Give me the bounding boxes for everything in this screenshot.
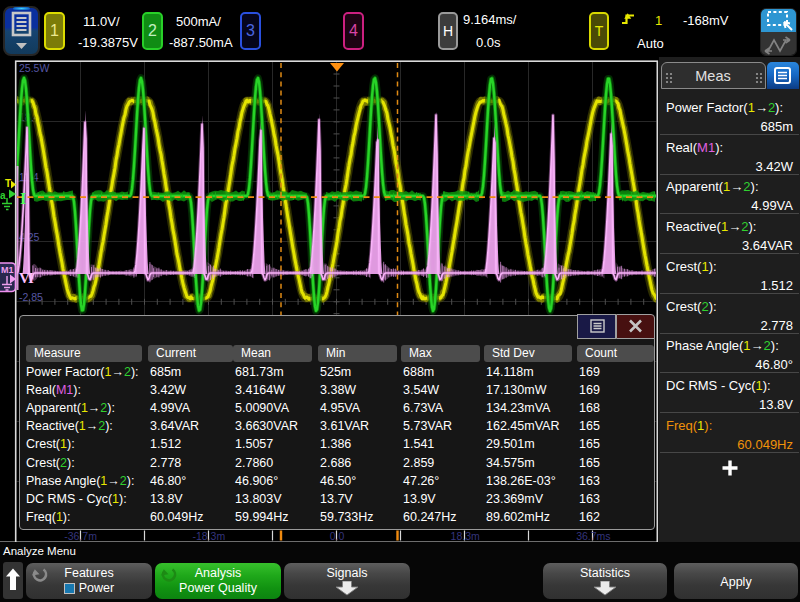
svg-text:a: a xyxy=(0,190,6,201)
svg-text:-18.3m: -18.3m xyxy=(192,530,225,542)
svg-text:0.0: 0.0 xyxy=(330,530,345,542)
svg-text:M1: M1 xyxy=(1,265,14,275)
svg-text:25.5W: 25.5W xyxy=(19,62,49,74)
svg-text:I: I xyxy=(20,190,26,207)
svg-text:T: T xyxy=(5,178,11,189)
svg-text:I: I xyxy=(28,270,34,286)
svg-text:36.7ms: 36.7ms xyxy=(576,530,610,542)
svg-text:-36.7m: -36.7m xyxy=(64,530,97,542)
svg-text:-2.85: -2.85 xyxy=(19,291,43,303)
svg-text:18.3m: 18.3m xyxy=(451,530,480,542)
